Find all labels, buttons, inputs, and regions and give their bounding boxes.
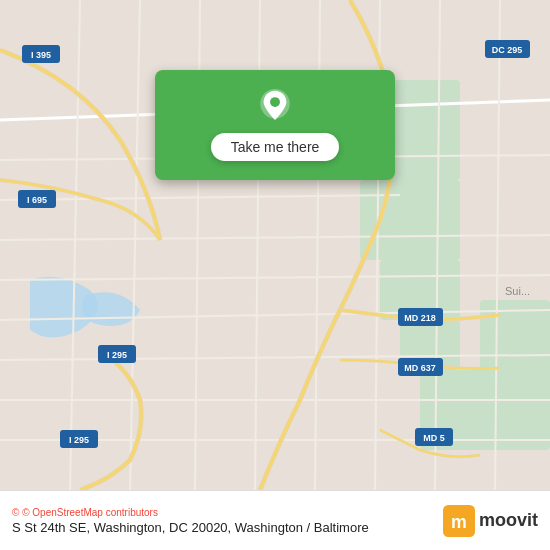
map-container: I 395 I 695 DC 295 I 295 I 295 MD 218 MD… [0, 0, 550, 490]
svg-text:MD 5: MD 5 [423, 433, 445, 443]
svg-text:I 695: I 695 [27, 195, 47, 205]
svg-text:I 295: I 295 [69, 435, 89, 445]
info-bar: © © OpenStreetMap contributors S St 24th… [0, 490, 550, 550]
osm-credit: © © OpenStreetMap contributors [12, 507, 369, 518]
svg-point-42 [270, 97, 280, 107]
svg-text:DC 295: DC 295 [492, 45, 523, 55]
svg-rect-6 [480, 300, 550, 450]
svg-text:MD 218: MD 218 [404, 313, 436, 323]
take-me-there-button[interactable]: Take me there [211, 133, 340, 161]
svg-text:I 295: I 295 [107, 350, 127, 360]
address-text: S St 24th SE, Washington, DC 20020, Wash… [12, 520, 369, 535]
osm-copyright-symbol: © [12, 507, 19, 518]
location-card: Take me there [155, 70, 395, 180]
svg-text:Sui...: Sui... [505, 285, 530, 297]
svg-rect-2 [360, 180, 460, 260]
osm-credit-text: © OpenStreetMap contributors [22, 507, 158, 518]
svg-text:I 395: I 395 [31, 50, 51, 60]
moovit-logo: m moovit [443, 505, 538, 537]
moovit-icon: m [443, 505, 475, 537]
svg-text:m: m [451, 512, 467, 532]
moovit-label: moovit [479, 510, 538, 531]
location-pin-icon [257, 89, 293, 125]
info-left: © © OpenStreetMap contributors S St 24th… [12, 507, 369, 535]
svg-text:MD 637: MD 637 [404, 363, 436, 373]
